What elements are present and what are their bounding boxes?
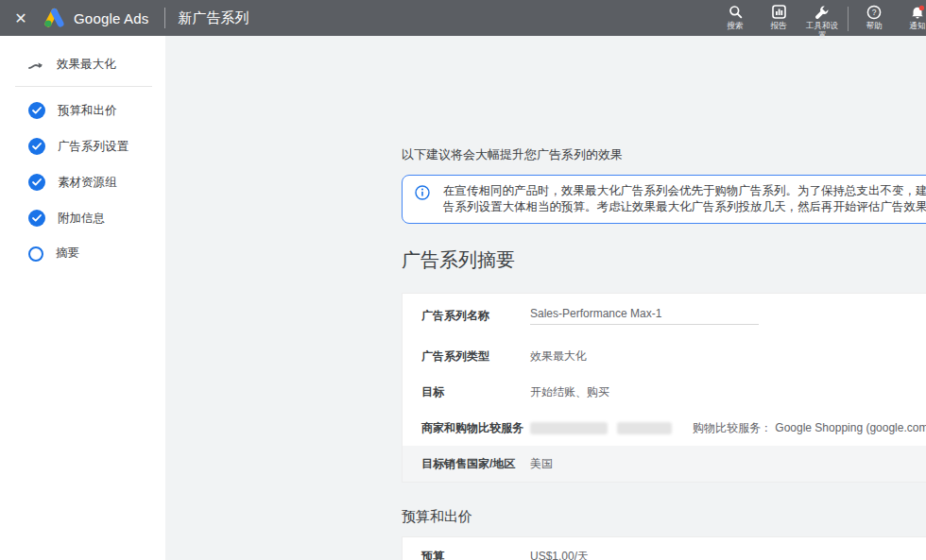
row-label: 预算 bbox=[421, 549, 530, 560]
table-row: 目标开始结账、购买 bbox=[403, 374, 926, 410]
redacted-merchant-id bbox=[617, 422, 672, 434]
topbar-action-help[interactable]: ?帮助 bbox=[852, 4, 896, 31]
budget-card: 预算US$1.00/天出价尽可能提高转化价值 bbox=[402, 536, 926, 560]
row-label: 目标销售国家/地区 bbox=[421, 456, 530, 472]
performance-max-icon bbox=[28, 59, 44, 72]
redacted-merchant-name bbox=[530, 422, 608, 434]
sidebar-step-list: 预算和出价广告系列设置素材资源组附加信息摘要 bbox=[0, 93, 165, 271]
page-title: 新广告系列 bbox=[179, 9, 249, 27]
close-icon[interactable]: ✕ bbox=[0, 9, 42, 27]
topbar-action-label: 报告 bbox=[771, 22, 787, 31]
row-label: 广告系列类型 bbox=[421, 348, 530, 365]
step-completed-check-icon bbox=[28, 138, 45, 155]
topbar-action-search[interactable]: 搜索 bbox=[713, 4, 757, 31]
row-value: 购物比较服务： Google Shopping (google.com/shop… bbox=[693, 420, 926, 436]
sidebar-campaign-type-label: 效果最大化 bbox=[57, 57, 116, 73]
table-row: 广告系列类型效果最大化 bbox=[403, 338, 926, 374]
sidebar-step-done[interactable]: 附加信息 bbox=[0, 200, 165, 236]
topbar-action-label: 工具和设置 bbox=[803, 22, 841, 40]
topbar-action-label: 搜索 bbox=[728, 22, 744, 31]
topbar-divider bbox=[164, 8, 165, 28]
campaign-summary-card: 广告系列名称Sales-Performance Max-1广告系列类型效果最大化… bbox=[402, 293, 926, 483]
sidebar-step-done[interactable]: 预算和出价 bbox=[0, 93, 165, 128]
sidebar-step-current[interactable]: 摘要 bbox=[0, 236, 165, 271]
main-content: 以下建议将会大幅提升您广告系列的效果 在宣传相同的产品时，效果最大化广告系列会优… bbox=[165, 36, 926, 560]
topbar-action-notifications[interactable]: 通知 bbox=[896, 4, 926, 31]
row-value: 开始结账、购买 bbox=[530, 384, 609, 400]
sidebar-campaign-type: 效果最大化 bbox=[0, 36, 165, 86]
topbar-action-label: 通知 bbox=[910, 22, 926, 31]
notifications-icon bbox=[910, 4, 925, 20]
top-app-bar: ✕ Google Ads 新广告系列 搜索报告工具和设置?帮助通知 bbox=[0, 0, 926, 36]
notice-text: 在宣传相同的产品时，效果最大化广告系列会优先于购物广告系列。为了保持总支出不变，… bbox=[443, 183, 926, 215]
topbar-actions: 搜索报告工具和设置?帮助通知 bbox=[713, 0, 926, 36]
sidebar-step-label: 附加信息 bbox=[58, 211, 105, 227]
sidebar-step-label: 素材资源组 bbox=[58, 175, 117, 191]
info-icon bbox=[415, 185, 430, 204]
table-row: 目标销售国家/地区美国 bbox=[403, 446, 926, 482]
recommendation-intro-text: 以下建议将会大幅提升您广告系列的效果 bbox=[402, 146, 623, 163]
sidebar-divider bbox=[15, 86, 152, 87]
step-completed-check-icon bbox=[28, 102, 45, 119]
topbar-action-reports[interactable]: 报告 bbox=[757, 4, 800, 31]
search-icon bbox=[729, 4, 743, 20]
row-value: 美国 bbox=[530, 456, 553, 472]
table-row: 预算US$1.00/天 bbox=[403, 537, 926, 560]
sidebar-step-done[interactable]: 广告系列设置 bbox=[0, 128, 165, 164]
svg-text:?: ? bbox=[872, 8, 877, 17]
sidebar-step-done[interactable]: 素材资源组 bbox=[0, 164, 165, 200]
sidebar-step-label: 预算和出价 bbox=[58, 103, 117, 119]
sidebar-step-label: 广告系列设置 bbox=[58, 139, 129, 155]
sidebar-step-label: 摘要 bbox=[56, 246, 79, 262]
google-ads-new-campaign-page: { "topbar": { "close": "✕", "brand": "Go… bbox=[0, 0, 926, 560]
brand-name: Google Ads bbox=[74, 10, 149, 26]
step-current-circle-icon bbox=[28, 246, 43, 262]
row-value: US$1.00/天 bbox=[530, 549, 589, 560]
row-label: 商家和购物比较服务 bbox=[421, 420, 530, 436]
help-icon: ? bbox=[866, 4, 882, 20]
step-completed-check-icon bbox=[28, 210, 45, 227]
campaign-name-input[interactable]: Sales-Performance Max-1 bbox=[530, 307, 759, 325]
row-label: 目标 bbox=[421, 384, 530, 400]
topbar-action-label: 帮助 bbox=[866, 22, 883, 31]
row-value: 效果最大化 bbox=[530, 348, 587, 365]
table-row: 商家和购物比较服务购物比较服务： Google Shopping (google… bbox=[403, 410, 926, 446]
summary-section-title: 广告系列摘要 bbox=[402, 247, 515, 273]
budget-section-title: 预算和出价 bbox=[402, 508, 472, 526]
topbar-action-tools[interactable]: 工具和设置 bbox=[800, 4, 844, 40]
topbar-actions-divider bbox=[848, 7, 849, 31]
step-completed-check-icon bbox=[28, 174, 45, 191]
google-ads-logo-icon bbox=[42, 7, 66, 29]
reports-icon bbox=[772, 4, 786, 20]
steps-sidebar: 效果最大化 预算和出价广告系列设置素材资源组附加信息摘要 bbox=[0, 36, 165, 560]
tools-icon bbox=[815, 4, 830, 20]
table-row: 广告系列名称Sales-Performance Max-1 bbox=[403, 294, 926, 338]
row-label: 广告系列名称 bbox=[421, 308, 530, 324]
notice-body: 在宣传相同的产品时，效果最大化广告系列会优先于购物广告系列。为了保持总支出不变，… bbox=[443, 184, 926, 213]
notice-banner: 在宣传相同的产品时，效果最大化广告系列会优先于购物广告系列。为了保持总支出不变，… bbox=[402, 175, 926, 224]
